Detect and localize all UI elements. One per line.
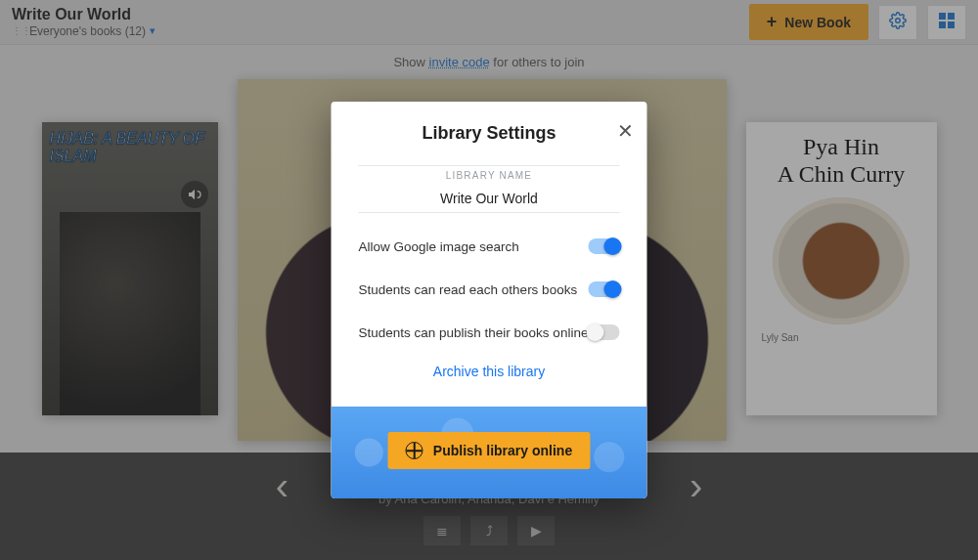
globe-icon bbox=[406, 442, 423, 459]
publish-label: Publish library online bbox=[433, 443, 572, 458]
modal-footer: Publish library online bbox=[332, 407, 647, 498]
setting-label: Allow Google image search bbox=[359, 239, 519, 254]
setting-label: Students can read each others books bbox=[359, 282, 578, 297]
setting-label: Students can publish their books online bbox=[359, 325, 589, 340]
toggle-publish-online[interactable] bbox=[589, 324, 620, 340]
archive-library-link[interactable]: Archive this library bbox=[359, 354, 620, 397]
modal-close-button[interactable]: ✕ bbox=[617, 119, 634, 143]
close-icon: ✕ bbox=[617, 120, 634, 142]
toggle-google-image[interactable] bbox=[589, 238, 620, 254]
publish-library-button[interactable]: Publish library online bbox=[388, 432, 590, 469]
library-name-input[interactable]: Write Our World bbox=[359, 181, 620, 213]
setting-row-publish-online: Students can publish their books online bbox=[359, 311, 620, 354]
library-name-label: LIBRARY NAME bbox=[359, 165, 620, 181]
modal-title: Library Settings bbox=[359, 123, 620, 144]
setting-row-google-image: Allow Google image search bbox=[359, 225, 620, 268]
library-settings-modal: Library Settings ✕ LIBRARY NAME Write Ou… bbox=[332, 102, 647, 498]
toggle-read-others[interactable] bbox=[589, 281, 620, 297]
setting-row-read-others: Students can read each others books bbox=[359, 268, 620, 311]
